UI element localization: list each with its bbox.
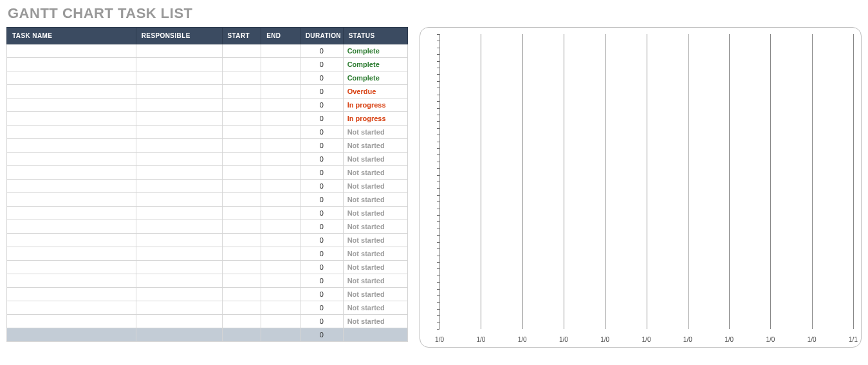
start-cell[interactable] [222,44,261,58]
responsible-cell[interactable] [136,301,222,315]
start-cell[interactable] [222,207,261,220]
responsible-cell[interactable] [136,58,222,71]
responsible-cell[interactable] [136,153,222,166]
status-cell[interactable]: In progress [343,112,407,126]
responsible-cell[interactable] [136,139,222,153]
status-cell[interactable]: Not started [343,220,407,234]
status-cell[interactable]: Not started [343,234,407,247]
task-name-cell[interactable] [7,153,136,166]
responsible-cell[interactable] [136,71,222,85]
responsible-cell[interactable] [136,274,222,288]
task-name-cell[interactable] [7,139,136,153]
end-cell[interactable] [261,301,300,315]
responsible-cell[interactable] [136,234,222,247]
end-cell[interactable] [261,288,300,301]
start-cell[interactable] [222,315,261,328]
responsible-cell[interactable] [136,220,222,234]
status-cell[interactable]: Complete [343,58,407,71]
start-cell[interactable] [222,85,261,98]
status-cell[interactable]: Not started [343,126,407,139]
start-cell[interactable] [222,139,261,153]
start-cell[interactable] [222,58,261,71]
responsible-cell[interactable] [136,180,222,193]
responsible-cell[interactable] [136,261,222,274]
end-cell[interactable] [261,58,300,71]
end-cell[interactable] [261,315,300,328]
start-cell[interactable] [222,247,261,261]
end-cell[interactable] [261,71,300,85]
start-cell[interactable] [222,193,261,207]
end-cell[interactable] [261,44,300,58]
end-cell[interactable] [261,153,300,166]
responsible-cell[interactable] [136,193,222,207]
status-cell[interactable]: Not started [343,166,407,180]
responsible-cell[interactable] [136,166,222,180]
status-cell[interactable]: Not started [343,180,407,193]
responsible-cell[interactable] [136,112,222,126]
end-cell[interactable] [261,234,300,247]
status-cell[interactable]: Not started [343,315,407,328]
task-name-cell[interactable] [7,234,136,247]
status-cell[interactable]: Not started [343,274,407,288]
task-name-cell[interactable] [7,166,136,180]
responsible-cell[interactable] [136,126,222,139]
responsible-cell[interactable] [136,98,222,112]
start-cell[interactable] [222,301,261,315]
end-cell[interactable] [261,207,300,220]
responsible-cell[interactable] [136,247,222,261]
start-cell[interactable] [222,166,261,180]
start-cell[interactable] [222,261,261,274]
status-cell[interactable]: In progress [343,98,407,112]
status-cell[interactable]: Not started [343,247,407,261]
responsible-cell[interactable] [136,44,222,58]
task-name-cell[interactable] [7,288,136,301]
responsible-cell[interactable] [136,315,222,328]
start-cell[interactable] [222,220,261,234]
task-name-cell[interactable] [7,220,136,234]
task-name-cell[interactable] [7,126,136,139]
end-cell[interactable] [261,139,300,153]
start-cell[interactable] [222,274,261,288]
end-cell[interactable] [261,98,300,112]
status-cell[interactable]: Not started [343,153,407,166]
end-cell[interactable] [261,274,300,288]
status-cell[interactable]: Not started [343,139,407,153]
end-cell[interactable] [261,220,300,234]
responsible-cell[interactable] [136,288,222,301]
status-cell[interactable]: Not started [343,301,407,315]
end-cell[interactable] [261,193,300,207]
start-cell[interactable] [222,98,261,112]
end-cell[interactable] [261,261,300,274]
status-cell[interactable]: Not started [343,207,407,220]
end-cell[interactable] [261,112,300,126]
start-cell[interactable] [222,234,261,247]
task-name-cell[interactable] [7,301,136,315]
end-cell[interactable] [261,180,300,193]
status-cell[interactable]: Not started [343,193,407,207]
start-cell[interactable] [222,288,261,301]
start-cell[interactable] [222,153,261,166]
status-cell[interactable]: Overdue [343,85,407,98]
task-name-cell[interactable] [7,247,136,261]
start-cell[interactable] [222,126,261,139]
task-name-cell[interactable] [7,261,136,274]
status-cell[interactable]: Complete [343,71,407,85]
task-name-cell[interactable] [7,274,136,288]
task-name-cell[interactable] [7,85,136,98]
task-name-cell[interactable] [7,44,136,58]
task-name-cell[interactable] [7,112,136,126]
status-cell[interactable]: Not started [343,288,407,301]
start-cell[interactable] [222,112,261,126]
task-name-cell[interactable] [7,180,136,193]
task-name-cell[interactable] [7,193,136,207]
status-cell[interactable]: Complete [343,44,407,58]
status-cell[interactable]: Not started [343,261,407,274]
task-name-cell[interactable] [7,58,136,71]
start-cell[interactable] [222,71,261,85]
task-name-cell[interactable] [7,315,136,328]
task-name-cell[interactable] [7,71,136,85]
end-cell[interactable] [261,126,300,139]
end-cell[interactable] [261,85,300,98]
task-name-cell[interactable] [7,98,136,112]
responsible-cell[interactable] [136,207,222,220]
